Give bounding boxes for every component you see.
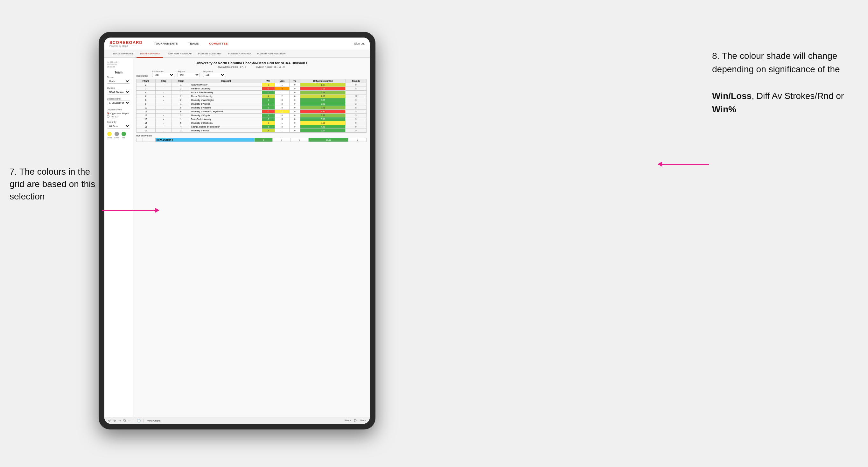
cell-0-8: 9 [345, 83, 367, 87]
opponent-view-section: Opponent View Opponents Played Top 100 [107, 108, 130, 118]
cell-10-0: 14 [136, 121, 156, 125]
view-label[interactable]: View: Original [147, 419, 161, 422]
out-division-name: NCAA Division II [156, 138, 254, 142]
tab-team-h2h-grid[interactable]: TEAM H2H GRID [136, 50, 163, 58]
logo: SCOREBOARD [110, 40, 143, 45]
cell-3-3: Florida State University [190, 94, 262, 98]
sidebar: Last Updated: 27/03/2024 16:55:38 Team G… [104, 58, 133, 417]
cell-7-3: University of Arkansas, Fayetteville [190, 110, 262, 114]
forward-btn[interactable]: ⇥ [118, 419, 121, 423]
tab-player-summary[interactable]: PLAYER SUMMARY [195, 50, 225, 58]
redo-btn[interactable]: ↻ [113, 419, 116, 423]
cell-11-5: 0 [275, 125, 289, 129]
opponent-select[interactable]: (All) [203, 73, 225, 77]
table-row: 3-2Vanderbilt University040-2.298 [136, 87, 367, 91]
school-section: School (Rank) 1. University of Nort... [107, 98, 130, 105]
clock-btn[interactable]: 🕐 [137, 419, 141, 423]
copy-btn[interactable]: ⧉ [123, 418, 126, 423]
table-row: 12-3University of Virginia1002.333 [136, 114, 367, 117]
table-row: 4-1Arizona State University5102.28 [136, 91, 367, 94]
tablet: SCOREBOARD Powered by clippd TOURNAMENTS… [99, 32, 375, 430]
sign-out[interactable]: | Sign out [352, 42, 365, 45]
grid-title: University of North Carolina Head-to-Hea… [136, 61, 367, 65]
cell-11-3: Georgia Institute of Technology [190, 125, 262, 129]
nav-teams[interactable]: TEAMS [186, 41, 201, 46]
sub-nav: TEAM SUMMARY TEAM H2H GRID TEAM H2H HEAT… [104, 50, 370, 58]
cell-9-1: - [155, 117, 172, 121]
radio-opponents-played[interactable]: Opponents Played [107, 112, 130, 115]
tab-team-h2h-heatmap[interactable]: TEAM H2H HEATMAP [163, 50, 195, 58]
cell-1-0: 3 [136, 87, 156, 91]
col-diff: Diff Av Strokes/Rnd [300, 79, 345, 83]
cell-9-2: 1 [172, 117, 190, 121]
radio-circle-played [107, 112, 110, 115]
level-dot [115, 132, 119, 136]
cell-0-7: 1.67 [300, 83, 345, 87]
comment-btn[interactable]: 💬 [354, 419, 357, 422]
last-updated: Last Updated: 27/03/2024 16:55:38 [107, 61, 130, 68]
cell-3-7: 1.83 [300, 94, 345, 98]
cell-0-1: - [155, 83, 172, 87]
nav-committee[interactable]: COMMITTEE [207, 41, 230, 46]
out-division-win: 1 [254, 138, 272, 142]
cell-0-3: Auburn University [190, 83, 262, 87]
colour-by-select[interactable]: Win/loss [107, 124, 130, 128]
undo-btn[interactable]: ↺ [108, 419, 111, 423]
cell-1-8: 8 [345, 87, 367, 91]
col-win: Win [262, 79, 275, 83]
grid-records: Overall Record: 89 - 17 - 0 Division Rec… [136, 65, 367, 68]
tab-team-summary[interactable]: TEAM SUMMARY [110, 50, 136, 58]
gender-select[interactable]: Men's [107, 79, 130, 84]
watch-btn[interactable]: Watch [345, 419, 351, 422]
arrow-right [658, 164, 709, 165]
annotation-left: 7. The colours in the grid are based on … [9, 165, 99, 203]
opponent-filter: Opponent (All) [203, 70, 225, 77]
cell-8-7: 2.33 [300, 114, 345, 117]
region-select[interactable]: (All) [178, 73, 200, 77]
out-of-division-label: Out of division [136, 134, 367, 137]
conference-filter: Conference (All) [152, 70, 174, 77]
share-btn[interactable]: Share [360, 419, 366, 422]
colour-by-section: Colour by Win/loss [107, 121, 130, 128]
up-dot [122, 132, 126, 136]
cell-7-1: - [155, 110, 172, 114]
opponent-view-label: Opponent View [107, 108, 130, 111]
tab-player-h2h-grid[interactable]: PLAYER H2H GRID [225, 50, 254, 58]
cell-7-7: -4.33 [300, 110, 345, 114]
cell-9-4: 3 [262, 117, 275, 121]
cell-10-3: University of Oklahoma [190, 121, 262, 125]
arrow-left [102, 210, 159, 211]
school-select[interactable]: 1. University of Nort... [107, 100, 130, 105]
region-label: Region [178, 70, 200, 72]
cell-3-1: - [155, 94, 172, 98]
cell-12-4: 3 [262, 129, 275, 133]
col-rounds: Rounds [345, 79, 367, 83]
cell-11-8: 9 [345, 125, 367, 129]
nav-tournaments[interactable]: TOURNAMENTS [152, 41, 180, 46]
cell-9-3: Texas Tech University [190, 117, 262, 121]
cell-4-7: 3.67 [300, 98, 345, 102]
cell-5-4: 1 [262, 102, 275, 106]
cell-7-2: 6 [172, 110, 190, 114]
cell-5-1: - [155, 102, 172, 106]
cell-1-7: -2.29 [300, 87, 345, 91]
cell-10-1: - [155, 121, 172, 125]
cell-12-3: University of Florida [190, 129, 262, 133]
cell-5-7: 9.00 [300, 102, 345, 106]
cell-8-5: 0 [275, 114, 289, 117]
legend-down: Down [107, 132, 112, 139]
cell-4-6: 0 [289, 98, 300, 102]
more-btn[interactable]: ⋯ [128, 419, 131, 423]
col-loss: Loss [275, 79, 289, 83]
cell-7-4: 0 [262, 110, 275, 114]
opponents-label: Opponents: [136, 75, 148, 77]
division-select[interactable]: NCAA Division I [107, 90, 130, 94]
table-row: 6-2Florida State University4201.8312 [136, 94, 367, 98]
filters-row: Opponents: Conference (All) Region (All) [136, 70, 367, 77]
tab-player-h2h-heatmap[interactable]: PLAYER H2H HEATMAP [254, 50, 289, 58]
cell-2-3: Arizona State University [190, 91, 262, 94]
table-row: 2-1Auburn University2101.679 [136, 83, 367, 87]
cell-11-2: 4 [172, 125, 190, 129]
conference-select[interactable]: (All) [152, 73, 174, 77]
radio-top-100[interactable]: Top 100 [107, 115, 130, 118]
